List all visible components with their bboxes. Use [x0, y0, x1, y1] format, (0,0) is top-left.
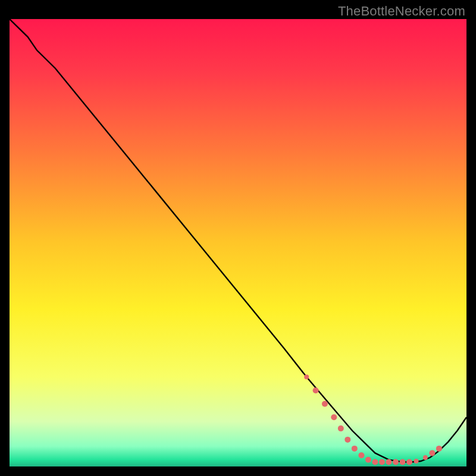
- marker-dot: [304, 375, 309, 380]
- chart-stage: TheBottleNecker.com: [0, 0, 476, 476]
- marker-dot: [406, 459, 412, 465]
- marker-dot: [365, 457, 371, 463]
- marker-dot: [393, 459, 399, 465]
- chart-plot: [10, 19, 466, 466]
- marker-dot: [429, 450, 435, 456]
- marker-dot: [345, 437, 350, 443]
- marker-dot: [322, 401, 328, 407]
- marker-dot: [379, 459, 385, 465]
- marker-dot: [352, 446, 358, 452]
- marker-dot: [400, 459, 406, 465]
- marker-dot: [414, 459, 419, 464]
- marker-dot: [331, 414, 337, 420]
- marker-dot: [423, 455, 428, 460]
- marker-dot: [386, 459, 392, 465]
- marker-dot: [313, 387, 319, 393]
- chart-background: [10, 19, 466, 466]
- watermark-text: TheBottleNecker.com: [338, 4, 465, 19]
- marker-dot: [372, 459, 378, 465]
- chart-svg: [10, 19, 466, 466]
- marker-dot: [338, 425, 344, 431]
- marker-dot: [436, 446, 442, 452]
- marker-dot: [358, 452, 364, 458]
